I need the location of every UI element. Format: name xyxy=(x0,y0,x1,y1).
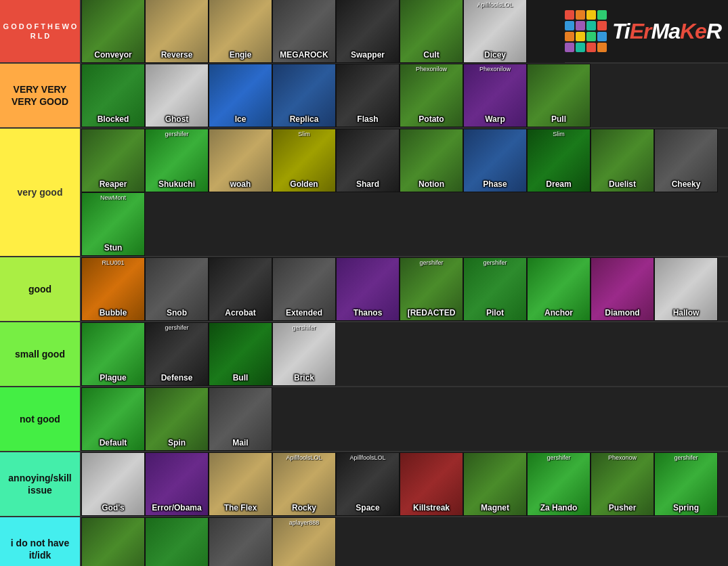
item-label: Plague xyxy=(82,373,144,383)
item-conveyor[interactable]: Conveyor xyxy=(81,0,145,63)
tier-label-text: G O D O F T H E W O R L D xyxy=(3,22,77,41)
tier-label-vvvg: VERY VERY VERY GOOD xyxy=(0,64,81,127)
item-flash[interactable]: Flash xyxy=(336,64,400,127)
item-label: Notion xyxy=(400,179,463,189)
item-potato[interactable]: PhexonilowPotato xyxy=(400,64,463,127)
item-label: Thanos xyxy=(337,308,399,318)
tier-label-text: good xyxy=(28,283,51,295)
tier-label-text: very good xyxy=(18,186,63,198)
item-user: Slim xyxy=(273,131,335,137)
item-replica[interactable]: Replica xyxy=(272,64,336,127)
item-anchor[interactable]: Anchor xyxy=(527,257,591,321)
item-label: Brick xyxy=(273,373,335,383)
tier-label-text: annoying/skill issue xyxy=(3,472,77,496)
item-engie[interactable]: Engie xyxy=(209,0,272,63)
tier-label-ann: annoying/skill issue xyxy=(0,452,81,516)
item-label: Shukuchi xyxy=(146,179,208,189)
item-label: Magnet xyxy=(464,503,526,513)
item-spring[interactable]: gershiferSpring xyxy=(654,452,718,516)
item-reverse[interactable]: Reverse xyxy=(145,0,209,63)
item-bomb[interactable]: aplayer888Bomb xyxy=(272,517,336,566)
item-stun[interactable]: NewMontStun xyxy=(81,192,145,256)
item-label: Golden xyxy=(273,179,335,189)
item-extended[interactable]: Extended xyxy=(272,257,336,321)
item-ghost[interactable]: Ghost xyxy=(145,64,209,127)
item-bull[interactable]: Bull xyxy=(209,322,272,386)
item-diamond[interactable]: Diamond xyxy=(591,257,654,321)
item-rocky[interactable]: ApillfoolsLOLRocky xyxy=(272,452,336,516)
item-label: Anchor xyxy=(528,308,590,318)
item-label: Reaper xyxy=(82,179,144,189)
item-phase[interactable]: Phase xyxy=(463,129,527,192)
item-magnet[interactable]: Magnet xyxy=(463,452,527,516)
item-mail[interactable]: Mail xyxy=(209,387,272,451)
item-label: Ghost xyxy=(146,114,208,124)
item-pusher[interactable]: PhexonowPusher xyxy=(591,452,654,516)
item-user: ApillfoolsLOL xyxy=(337,454,399,461)
header-row: G O D O F T H E W O R L D ConveyorRevers… xyxy=(0,0,728,64)
item-label: Spin xyxy=(146,438,208,448)
item-ice[interactable]: Ice xyxy=(209,64,272,127)
item-spin[interactable]: Spin xyxy=(145,387,209,451)
item-dream[interactable]: SlimDream xyxy=(527,129,591,192)
item-label: Engie xyxy=(209,50,272,60)
item-woah[interactable]: woah xyxy=(209,129,272,192)
item-user: gershifer xyxy=(146,131,208,137)
item-bubble[interactable]: RLU001Bubble xyxy=(81,257,145,321)
item-label: Mail xyxy=(209,438,272,448)
item-pilot[interactable]: gershiferPilot xyxy=(463,257,527,321)
item-the-flex[interactable]: The Flex xyxy=(209,452,272,516)
item-brick[interactable]: gershiferBrick xyxy=(272,322,336,386)
item-default[interactable]: Default xyxy=(81,387,145,451)
item-reaper[interactable]: Reaper xyxy=(81,129,145,192)
item-megarock[interactable]: MEGAROCK xyxy=(272,0,336,63)
tier-items-vg: ReapergershiferShukuchiwoahSlimGoldenSha… xyxy=(81,129,728,256)
item-adios[interactable]: Adios xyxy=(81,517,145,566)
item-defense[interactable]: gershiferDefense xyxy=(145,322,209,386)
item-label: Blocked xyxy=(82,114,144,124)
item-swapper[interactable]: Swapper xyxy=(336,0,400,63)
item-[redacted[interactable]: gershifer[REDACTED xyxy=(400,257,463,321)
item-killstreak[interactable]: Killstreak xyxy=(400,452,463,516)
item-thanos[interactable]: Thanos xyxy=(336,257,400,321)
item-blocked[interactable]: Blocked xyxy=(81,64,145,127)
item-notion[interactable]: Notion xyxy=(400,129,463,192)
item-space[interactable]: ApillfoolsLOLSpace xyxy=(336,452,400,516)
item-label: Pusher xyxy=(591,503,654,513)
item-user: ApillfoolsLOL xyxy=(464,1,526,8)
tiermaker-logo: TiErMaKeR xyxy=(565,10,728,52)
item-user: gershifer xyxy=(655,454,717,461)
item-cult[interactable]: Cult xyxy=(400,0,463,63)
header-items: ConveyorReverseEngieMEGAROCKSwapperCultA… xyxy=(81,0,565,63)
item-plague[interactable]: Plague xyxy=(81,322,145,386)
tier-label-sg: small good xyxy=(0,322,81,386)
item-duelist[interactable]: Duelist xyxy=(591,129,654,192)
item-acrobat[interactable]: Acrobat xyxy=(209,257,272,321)
item-phantom[interactable]: Phantom xyxy=(145,517,209,566)
item-label: Defense xyxy=(146,373,208,383)
item-dicey[interactable]: ApillfoolsLOLDicey xyxy=(463,0,527,63)
item-user: RLU001 xyxy=(82,259,144,266)
item-user: NewMont xyxy=(82,194,144,201)
item-label: Pilot xyxy=(464,308,526,318)
item-warp[interactable]: PhexonilowWarp xyxy=(463,64,527,127)
item-shukuchi[interactable]: gershiferShukuchi xyxy=(145,129,209,192)
item-spectator[interactable]: Spectator xyxy=(209,517,272,566)
item-shard[interactable]: Shard xyxy=(336,129,400,192)
item-snob[interactable]: Snob xyxy=(145,257,209,321)
item-user: gershifer xyxy=(400,259,463,266)
item-golden[interactable]: SlimGolden xyxy=(272,129,336,192)
item-label: Conveyor xyxy=(82,50,144,60)
item-cheeky[interactable]: Cheeky xyxy=(654,129,718,192)
item-label: MEGAROCK xyxy=(273,50,335,60)
item-pull[interactable]: Pull xyxy=(527,64,591,127)
item-label: Potato xyxy=(400,114,463,124)
item-label: Swapper xyxy=(337,50,399,60)
item-error/obama[interactable]: Error/Obama xyxy=(145,452,209,516)
item-za-hando[interactable]: gershiferZa Hando xyxy=(527,452,591,516)
item-hallow[interactable]: Hallow xyxy=(654,257,718,321)
tier-row-vvvg: VERY VERY VERY GOODBlockedGhostIceReplic… xyxy=(0,64,728,129)
item-god's[interactable]: God's xyxy=(81,452,145,516)
item-user: Phexonow xyxy=(591,454,654,461)
tier-row-ann: annoying/skill issueGod'sError/ObamaThe … xyxy=(0,452,728,517)
